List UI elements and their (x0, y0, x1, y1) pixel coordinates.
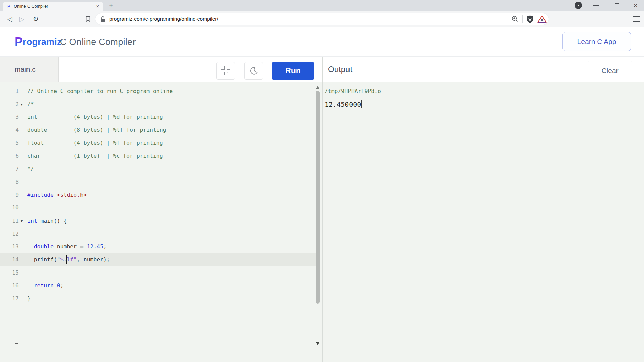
line-number: 16 (0, 279, 19, 292)
code-editor[interactable]: 1// Online C compiler to run C program o… (0, 82, 322, 362)
code-line-15[interactable]: 15 (0, 266, 316, 280)
code-line-6[interactable]: 6char (1 byte) | %c for printing (0, 149, 316, 163)
line-number: 13 (0, 240, 19, 253)
code-text: double (8 bytes) | %lf for printing (27, 124, 166, 137)
forward-button[interactable]: ▷ (18, 11, 25, 27)
code-line-8[interactable]: 8 (0, 176, 316, 189)
compress-icon (221, 66, 230, 75)
fold-gutter (19, 189, 27, 202)
exit-fullscreen-button[interactable] (216, 62, 235, 80)
run-button[interactable]: Run (272, 62, 314, 80)
clear-button[interactable]: Clear (588, 61, 632, 80)
dark-mode-toggle[interactable] (244, 62, 263, 80)
tab-close-icon[interactable]: × (95, 3, 101, 9)
code-text: return 0; (27, 279, 64, 292)
fold-gutter (19, 85, 27, 98)
line-number: 11 (0, 215, 19, 228)
window-minimize-button[interactable] (592, 0, 600, 11)
fold-gutter (19, 240, 27, 253)
bookmark-icon[interactable] (84, 11, 92, 27)
fold-gutter (19, 137, 27, 150)
programiz-logo-text: rogramiz (23, 37, 62, 47)
code-line-12[interactable]: 12 (0, 228, 316, 241)
line-number: 12 (0, 228, 19, 241)
code-line-11[interactable]: 11▾int main() { (0, 215, 316, 228)
line-number: 8 (0, 176, 19, 189)
line-number: 4 (0, 124, 19, 137)
code-line-14[interactable]: 14 printf("%.lf", number); (0, 253, 316, 266)
fold-arrow-icon[interactable]: ▾ (19, 215, 27, 228)
scroll-down-icon[interactable] (316, 342, 319, 345)
browser-tab[interactable]: P Online C Compiler × (3, 2, 103, 11)
line-number: 3 (0, 111, 19, 124)
code-text: int (4 bytes) | %d for printing (27, 111, 163, 124)
line-number: 6 (0, 149, 19, 163)
code-line-4[interactable]: 4double (8 bytes) | %lf for printing (0, 124, 316, 137)
back-button[interactable]: ◁ (6, 11, 13, 27)
fold-gutter (19, 266, 27, 280)
line-number: 7 (0, 163, 19, 176)
line-number: 5 (0, 137, 19, 150)
line-number: 14 (0, 253, 19, 266)
new-tab-button[interactable]: + (107, 1, 115, 10)
fold-gutter (19, 201, 27, 215)
code-text: printf("%.lf", number); (27, 253, 110, 266)
browser-menu-icon[interactable] (633, 16, 640, 22)
fold-gutter (19, 253, 27, 266)
code-line-9[interactable]: 9#include <stdio.h> (0, 189, 316, 202)
code-text: /* (27, 98, 34, 111)
window-close-button[interactable]: × (631, 0, 640, 11)
update-caret-icon: ▾ (575, 2, 582, 9)
programiz-favicon: P (7, 4, 10, 9)
zoom-in-icon[interactable] (511, 15, 519, 23)
line-number: 17 (0, 292, 19, 305)
window-restore-button[interactable] (612, 0, 621, 11)
file-tab-main-c[interactable]: main.c (0, 57, 59, 82)
fold-gutter (19, 149, 27, 163)
code-text: float (4 bytes) | %f for printing (27, 137, 163, 150)
address-bar[interactable]: programiz.com/c-programming/online-compi… (95, 13, 549, 25)
code-line-16[interactable]: 16 return 0; (0, 279, 316, 292)
scroll-up-icon[interactable] (316, 86, 319, 89)
moon-icon (249, 66, 258, 75)
reload-button[interactable]: ↻ (32, 11, 40, 27)
output-toolbar: Output Clear (323, 57, 644, 82)
editor-vertical-scrollbar[interactable] (316, 90, 320, 304)
browser-window: P Online C Compiler × + ▾ × ◁ ▷ ↻ progra… (0, 0, 644, 362)
fold-gutter (19, 163, 27, 176)
fold-gutter (19, 176, 27, 189)
code-text: } (27, 292, 31, 305)
code-line-3[interactable]: 3int (4 bytes) | %d for printing (0, 111, 316, 124)
output-console[interactable]: /tmp/9HPHArF9P8.o12.450000 (323, 82, 644, 362)
code-text: */ (27, 163, 34, 176)
editor-horizontal-scrollbar[interactable] (15, 343, 18, 344)
code-text: #include <stdio.h> (27, 189, 87, 202)
fold-arrow-icon[interactable]: ▾ (19, 98, 27, 111)
line-number: 1 (0, 85, 19, 98)
programiz-logo-mark: P (15, 36, 23, 48)
code-line-7[interactable]: 7*/ (0, 163, 316, 176)
lock-icon (101, 16, 105, 22)
code-line-5[interactable]: 5float (4 bytes) | %f for printing (0, 137, 316, 150)
code-text: double number = 12.45; (27, 240, 107, 253)
code-line-17[interactable]: 17} (0, 292, 316, 305)
code-line-13[interactable]: 13 double number = 12.45; (0, 240, 316, 253)
browser-update-badge[interactable]: ▾ (574, 0, 582, 11)
programiz-logo[interactable]: Programiz (15, 27, 62, 56)
learn-c-app-button[interactable]: Learn C App (562, 32, 631, 51)
console-cursor (361, 100, 362, 108)
url-text[interactable]: programiz.com/c-programming/online-compi… (109, 16, 218, 22)
code-line-10[interactable]: 10 (0, 201, 316, 215)
code-line-2[interactable]: 2▾/* (0, 98, 316, 111)
restore-icon (615, 3, 619, 7)
address-bar-divider (522, 15, 523, 23)
brave-shield-icon[interactable] (526, 15, 534, 23)
bat-rewards-icon[interactable] (537, 15, 547, 23)
fold-gutter (19, 124, 27, 137)
site-header: Programiz C Online Compiler Learn C App (0, 27, 644, 57)
line-number: 2 (0, 98, 19, 111)
fold-gutter (19, 228, 27, 241)
line-number: 9 (0, 189, 19, 202)
code-line-1[interactable]: 1// Online C compiler to run C program o… (0, 85, 316, 98)
fold-gutter (19, 292, 27, 305)
